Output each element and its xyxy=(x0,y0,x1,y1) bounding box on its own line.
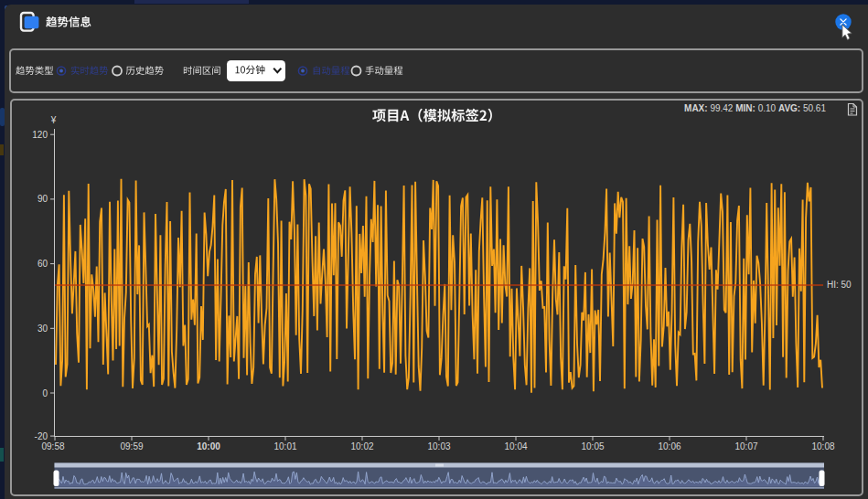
svg-text:30: 30 xyxy=(38,324,48,334)
svg-text:90: 90 xyxy=(38,194,48,204)
svg-text:¥: ¥ xyxy=(50,115,57,125)
svg-text:09:58: 09:58 xyxy=(41,441,64,451)
svg-text:10:02: 10:02 xyxy=(350,441,373,451)
svg-text:MAX: 99.42 MIN: 0.10 AVG: 50.6: MAX: 99.42 MIN: 0.10 AVG: 50.61 xyxy=(684,103,826,113)
svg-text:60: 60 xyxy=(38,259,48,269)
svg-text:10:01: 10:01 xyxy=(273,441,296,451)
svg-text:HI: 50: HI: 50 xyxy=(827,280,852,290)
svg-text:10:00: 10:00 xyxy=(197,441,220,451)
svg-text:10:04: 10:04 xyxy=(504,441,527,451)
svg-text:120: 120 xyxy=(32,130,48,140)
svg-text:10:06: 10:06 xyxy=(658,441,680,451)
svg-text:0: 0 xyxy=(42,388,48,398)
svg-text:10:05: 10:05 xyxy=(581,441,604,451)
svg-text:10:03: 10:03 xyxy=(427,441,450,451)
svg-text:09:59: 09:59 xyxy=(120,441,143,451)
svg-text:10:08: 10:08 xyxy=(811,441,834,451)
svg-text:10:07: 10:07 xyxy=(734,441,757,451)
svg-text:-20: -20 xyxy=(35,431,48,441)
